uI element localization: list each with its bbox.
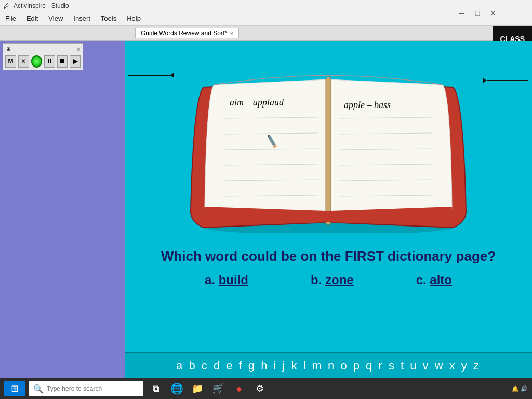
answers: a. build b. zone c. alto: [161, 273, 496, 287]
svg-text:aim – applaud: aim – applaud: [230, 97, 284, 108]
search-icon: 🔍: [33, 384, 44, 394]
tab-bar: Guide Words Review and Sort* × CLASS: [0, 26, 532, 41]
answer-c[interactable]: c. alto: [416, 273, 452, 287]
app-title: ActivInspire - Studio: [14, 2, 69, 9]
menu-bar: File Edit View Insert Tools Help: [0, 11, 532, 26]
taskbar-right: 🔔 🔊: [512, 385, 528, 392]
right-guide-arrow: [483, 78, 528, 83]
toolbar-title-bar: 🖥 ×: [5, 46, 81, 53]
maximize-button[interactable]: □: [470, 6, 485, 20]
search-bar[interactable]: 🔍: [29, 381, 143, 396]
start-button[interactable]: ⊞: [4, 381, 25, 396]
toolbar-icon: 🖥: [5, 46, 11, 52]
window-controls: ─ □ ✕: [454, 0, 501, 26]
right-arrowhead: [483, 78, 487, 83]
answer-b[interactable]: b. zone: [311, 273, 354, 287]
menu-edit[interactable]: Edit: [21, 12, 43, 24]
toolbar-btn-m[interactable]: M: [5, 55, 16, 68]
file-explorer-icon[interactable]: 📁: [189, 380, 206, 397]
question-text: Which word could be on the FIRST diction…: [161, 248, 496, 264]
menu-insert[interactable]: Insert: [68, 12, 96, 24]
edge-icon[interactable]: 🌐: [168, 380, 185, 397]
answer-a-word[interactable]: build: [219, 273, 248, 287]
answer-a[interactable]: a. build: [205, 273, 248, 287]
close-button[interactable]: ✕: [485, 6, 501, 20]
main-area: 🖥 × M × ⏸ ⏹ ▶: [0, 41, 532, 378]
toolbar-close-button[interactable]: ×: [77, 46, 81, 53]
system-tray: 🔔 🔊: [512, 385, 528, 392]
answer-c-prefix: c.: [416, 273, 430, 287]
sidebar: 🖥 × M × ⏸ ⏹ ▶: [0, 41, 125, 378]
taskbar: ⊞ 🔍 ⧉ 🌐 📁 🛒 ● ⚙ 🔔 🔊: [0, 378, 532, 399]
toolbar-btn-stop[interactable]: ⏹: [57, 55, 68, 68]
toolbar-panel: 🖥 × M × ⏸ ⏹ ▶: [3, 43, 83, 70]
menu-help[interactable]: Help: [122, 12, 146, 24]
store-icon[interactable]: 🛒: [210, 380, 227, 397]
menu-view[interactable]: View: [43, 12, 68, 24]
left-guide-arrow: [128, 73, 174, 78]
toolbar-btn-record[interactable]: [31, 55, 42, 68]
book-svg: aim – applaud apple – bass: [172, 56, 484, 233]
tab-guide-words[interactable]: Guide Words Review and Sort* ×: [135, 28, 239, 38]
toolbar-btn-pause[interactable]: ⏸: [44, 55, 55, 68]
answer-c-word[interactable]: alto: [430, 273, 452, 287]
svg-text:apple – bass: apple – bass: [344, 100, 391, 110]
tab-close-icon[interactable]: ×: [230, 30, 233, 36]
tab-label: Guide Words Review and Sort*: [141, 30, 227, 37]
search-input[interactable]: [47, 385, 139, 392]
answer-b-prefix: b.: [311, 273, 325, 287]
answer-a-prefix: a.: [205, 273, 219, 287]
left-arrowhead: [170, 73, 174, 78]
toolbar-buttons: M × ⏸ ⏹ ▶: [5, 55, 81, 68]
minimize-button[interactable]: ─: [454, 6, 470, 20]
menu-tools[interactable]: Tools: [96, 12, 122, 24]
right-arrow-line: [487, 80, 528, 81]
alphabet-text: a b c d e f g h i j k l m n o p q r s t …: [176, 359, 481, 373]
chrome-icon[interactable]: ●: [231, 380, 247, 397]
alphabet-bar: a b c d e f g h i j k l m n o p q r s t …: [125, 352, 532, 378]
app-icon-extra[interactable]: ⚙: [251, 380, 268, 397]
app-icon: 🖊: [3, 2, 10, 10]
toolbar-btn-x[interactable]: ×: [18, 55, 29, 68]
task-view-button[interactable]: ⧉: [148, 380, 164, 397]
toolbar-btn-play[interactable]: ▶: [70, 55, 81, 68]
left-arrow-line: [128, 75, 170, 76]
book-image: aim – applaud apple – bass: [172, 56, 484, 233]
menu-file[interactable]: File: [0, 12, 21, 24]
title-bar: 🖊 ActivInspire - Studio ─ □ ✕: [0, 0, 532, 11]
content-area: aim – applaud apple – bass Which word co…: [125, 41, 532, 378]
question-area: Which word could be on the FIRST diction…: [161, 248, 496, 287]
answer-b-word[interactable]: zone: [325, 273, 354, 287]
